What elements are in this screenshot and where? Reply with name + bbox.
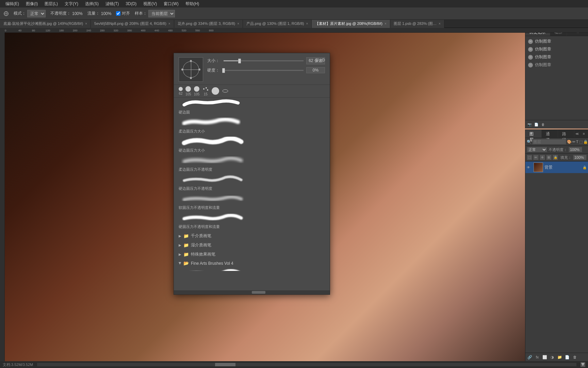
group-layers-icon[interactable]: 📁 xyxy=(557,354,563,360)
hardness-slider[interactable] xyxy=(224,70,304,71)
lock-transparent-icon[interactable]: ⬚ xyxy=(527,155,532,160)
tab-3[interactable]: 产品.png @ 130% (图层 1, RGB/8)× xyxy=(243,20,312,28)
category-wet-media[interactable]: ▶ 📁 湿介质画笔 xyxy=(174,241,330,250)
menu-edit[interactable]: 编辑(E) xyxy=(3,0,22,7)
ruler-horizontal: 0 40 80 120 160 200 240 280 320 360 400 … xyxy=(5,28,588,33)
delete-state-icon[interactable]: 🗑 xyxy=(540,122,546,127)
menu-3d[interactable]: 3D(D) xyxy=(123,1,139,7)
filter-adj-icon: ✏ xyxy=(572,140,575,144)
more-layers-options-icon[interactable]: ≡ xyxy=(581,131,587,137)
mode-label: 模式： 正常 xyxy=(12,9,47,18)
size-slider[interactable] xyxy=(224,60,304,61)
history-item[interactable]: ✂ 仿制图章 xyxy=(525,37,588,45)
category-dry-media[interactable]: ▶ 📁 千介质画笔 xyxy=(174,231,330,241)
preset-item-large[interactable] xyxy=(212,87,219,95)
channels-tab[interactable]: 通道 xyxy=(542,130,558,138)
svg-text:200: 200 xyxy=(73,29,78,32)
svg-text:240: 240 xyxy=(86,29,91,32)
preset-item-small-special[interactable] xyxy=(222,88,229,94)
svg-text:320: 320 xyxy=(114,29,118,32)
brush-stroke-hard-elliptical xyxy=(179,268,247,271)
options-bar: 模式： 正常 不透明度： 100% 流量： 100% 对齐 样本： 当前图层 xyxy=(0,7,588,20)
brush-preview xyxy=(179,57,203,82)
scroll-thumb-h[interactable] xyxy=(215,363,235,366)
opacity-value: 100% xyxy=(72,11,83,16)
svg-text:120: 120 xyxy=(46,29,50,32)
layer-lock-icon: 🔒 xyxy=(583,166,587,169)
panel-settings-icon[interactable]: ⚙ xyxy=(321,57,326,63)
brush-item-hard-pressure-size[interactable]: 硬边圆压力大小 xyxy=(174,136,330,155)
brush-list-area[interactable]: 硬边圆 柔边圆压力大小 xyxy=(174,98,330,271)
menu-filter[interactable]: 滤镜(T) xyxy=(103,0,121,7)
opacity-input[interactable] xyxy=(569,147,582,152)
fill-input[interactable] xyxy=(573,155,587,160)
brush-item-hard-opacity[interactable]: 硬边圆压力不透明度 xyxy=(174,174,330,193)
menu-select[interactable]: 选择(S) xyxy=(82,0,101,7)
hardness-value[interactable]: 0% xyxy=(306,67,325,73)
menu-text[interactable]: 文字(Y) xyxy=(62,0,81,7)
sample-select[interactable]: 当前图层 xyxy=(148,10,175,17)
panel-resize-icon[interactable]: ⊡ xyxy=(315,57,319,62)
brush-item-soft-flow[interactable]: 软圆压力不透明度和流量 xyxy=(174,193,330,212)
lock-artboard-icon[interactable]: ⊞ xyxy=(546,155,552,160)
layer-fx-icon[interactable]: fx xyxy=(534,354,540,360)
menu-bar: 编辑(E) 图像(I) 图层(L) 文字(Y) 选择(S) 滤镜(T) 3D(D… xyxy=(0,0,588,7)
scroll-corner xyxy=(581,362,585,367)
layer-mask-icon[interactable]: ⬜ xyxy=(542,354,548,360)
lock-all-icon[interactable]: 🔒 xyxy=(553,155,558,160)
menu-help[interactable]: 帮助(H) xyxy=(183,0,202,7)
brush-item-name: 软圆压力不透明度和流量 xyxy=(179,205,325,210)
brush-item-hard-round[interactable]: 硬边圆 xyxy=(174,98,330,117)
preset-label: 105 xyxy=(185,92,191,96)
adjustment-layer-icon[interactable]: ◑ xyxy=(549,354,555,360)
layer-item-background[interactable]: 👁 背景 🔒 xyxy=(525,162,588,173)
brush-item-name: 硬边圆 xyxy=(179,110,325,115)
menu-window[interactable]: 窗口(W) xyxy=(161,0,181,7)
special-brush-preview xyxy=(222,88,229,94)
tab-1[interactable]: 5evWj5BNp8.png @ 208% (图层 4, RGB/8)× xyxy=(91,20,174,28)
brush-item-soft-pressure[interactable]: 柔边圆压力大小 xyxy=(174,117,330,136)
tab-5[interactable]: 图层 1.psb @ 283% (图…× xyxy=(390,20,444,28)
tab-2[interactable]: 花卉.png @ 334% (图层 3, RGB/8)× xyxy=(174,20,243,28)
align-checkbox[interactable]: 对齐 xyxy=(115,10,131,17)
link-layers-icon[interactable]: 🔗 xyxy=(527,354,533,360)
layer-visibility-icon[interactable]: 👁 xyxy=(527,166,532,169)
category-label: Fine Arts Brushes Vol 4 xyxy=(191,261,233,266)
brush-size-row: 大小： 62 像素 xyxy=(207,57,325,64)
layers-fill-row: ⬚ ✏ ✛ ⊞ 🔒 填充： xyxy=(525,154,588,162)
flow-label: 流量： 100% xyxy=(86,10,113,17)
layers-search-input[interactable] xyxy=(532,139,566,144)
brush-item-soft-opacity[interactable]: 柔边圆压力不透明度 xyxy=(174,155,330,174)
menu-layer[interactable]: 图层(L) xyxy=(42,0,61,7)
blend-mode-select[interactable]: 正常 xyxy=(527,147,547,152)
collapse-layers-icon[interactable]: ≪ xyxy=(574,131,580,137)
history-item[interactable]: ✂ 仿制图章 xyxy=(525,45,588,53)
preset-item-62[interactable]: 62 xyxy=(179,87,183,95)
menu-image[interactable]: 图像(I) xyxy=(23,0,40,7)
history-item[interactable]: ✂ 仿制图章 xyxy=(525,61,588,69)
preset-item-scatter[interactable]: 15 xyxy=(202,86,209,96)
mode-select[interactable]: 正常 xyxy=(27,10,46,17)
lock-pixels-icon[interactable]: ✏ xyxy=(533,155,539,160)
layers-tab[interactable]: 图层 xyxy=(525,130,542,138)
lock-position-icon[interactable]: ✛ xyxy=(540,155,545,160)
preset-item-105b[interactable]: 105 xyxy=(194,86,200,96)
tab-0[interactable]: 底扁-鼠绘屏平化沙滩图画.jpg @ 149%(RGB/8#)× xyxy=(0,20,91,28)
menu-view[interactable]: 视图(V) xyxy=(141,0,160,7)
category-special-effects[interactable]: ▶ 📁 特殊效果画笔 xyxy=(174,250,330,259)
brush-panel-scrollbar[interactable] xyxy=(174,290,330,294)
paths-tab[interactable]: 路径 xyxy=(558,130,574,138)
new-document-icon[interactable]: 📄 xyxy=(534,122,539,127)
scroll-track-h[interactable] xyxy=(37,363,576,366)
svg-rect-23 xyxy=(252,291,265,294)
delete-layer-icon[interactable]: 🗑 xyxy=(572,354,578,360)
tab-4[interactable]: 【素材】原片素材.jpg @ 208%(RGB/8#)× xyxy=(312,20,390,28)
category-fine-arts[interactable]: ▶ 📂 Fine Arts Brushes Vol 4 xyxy=(174,259,330,267)
history-item[interactable]: ✂ 仿制图章 xyxy=(525,53,588,61)
layers-bottom-icons: 🔗 fx ⬜ ◑ 📁 📄 🗑 xyxy=(525,353,588,361)
preset-item-105a[interactable]: 105 xyxy=(185,86,191,96)
brush-item-hard-elliptical[interactable]: Hard Elliptical 40 2 xyxy=(174,267,330,271)
new-layer-icon[interactable]: 📄 xyxy=(564,354,570,360)
new-snapshot-icon[interactable]: 📷 xyxy=(527,122,532,127)
brush-item-hard-flow[interactable]: 硬圆压力不透明度和流量 xyxy=(174,212,330,231)
